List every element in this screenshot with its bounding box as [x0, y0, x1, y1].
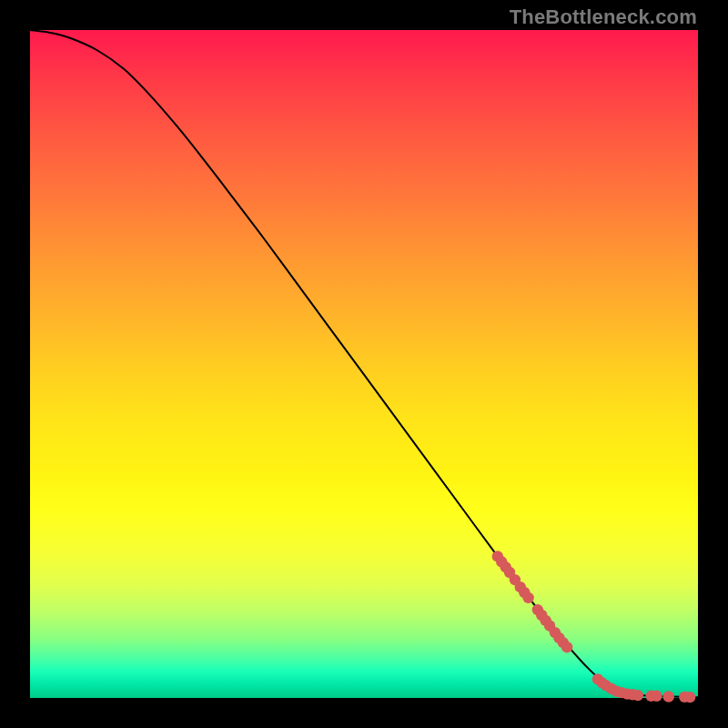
bottleneck-curve: [30, 30, 698, 697]
scatter-dot: [632, 690, 643, 701]
scatter-dot: [684, 692, 695, 703]
scatter-dot: [651, 691, 662, 702]
scatter-dot: [522, 592, 533, 603]
plot-area: [30, 30, 698, 698]
scatter-dot: [561, 642, 572, 652]
watermark-label: TheBottleneck.com: [510, 5, 697, 29]
chart-frame: TheBottleneck.com: [0, 0, 728, 728]
scatter-group: [492, 551, 696, 703]
chart-svg: [30, 30, 698, 698]
scatter-dot: [663, 691, 674, 702]
